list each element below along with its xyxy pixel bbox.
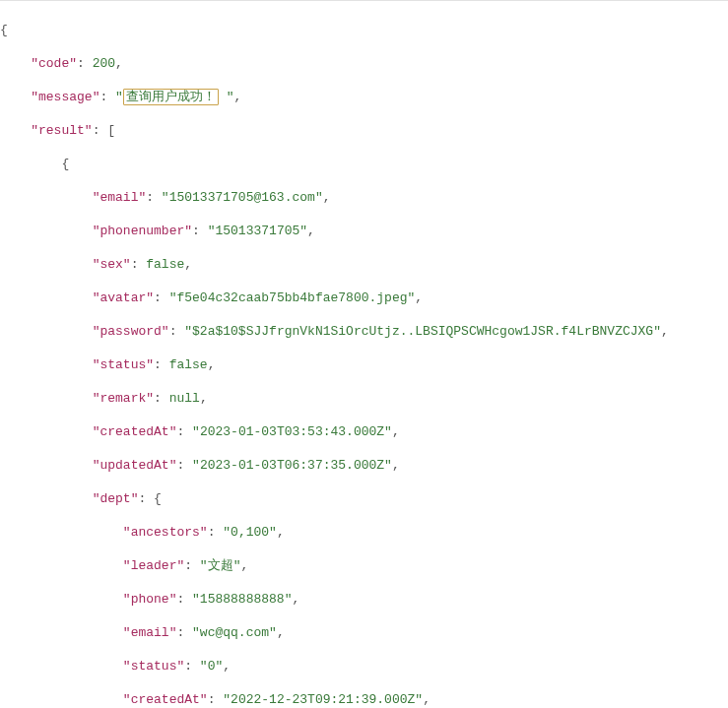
value-code: 200 <box>93 56 115 71</box>
value-dept-createdAt: 2022-12-23T09:21:39.000Z <box>231 692 415 707</box>
value-message: 查询用户成功！ <box>123 89 219 105</box>
value-avatar: f5e04c32caab75bb4bfae7800.jpeg <box>176 290 407 305</box>
value-dept-leader: 文超 <box>208 558 233 573</box>
value-dept-status: 0 <box>208 659 216 674</box>
value-dept-email: wc@qq.com <box>200 625 269 640</box>
value-createdAt: 2023-01-03T03:53:43.000Z <box>200 424 384 439</box>
value-dept-ancestors: 0,100 <box>231 525 269 540</box>
value-updatedAt: 2023-01-03T06:37:35.000Z <box>200 458 384 473</box>
value-password: $2a$10$SJJfrgnVkN1SiOrcUtjz..LBSIQPSCWHc… <box>192 324 653 339</box>
json-response-body: { "code": 200, "message": "查询用户成功！ ", "r… <box>0 0 728 708</box>
value-email: 15013371705@163.com <box>169 190 315 205</box>
value-phonenumber: 15013371705 <box>215 224 299 238</box>
value-dept-phone: 15888888888 <box>200 592 285 607</box>
